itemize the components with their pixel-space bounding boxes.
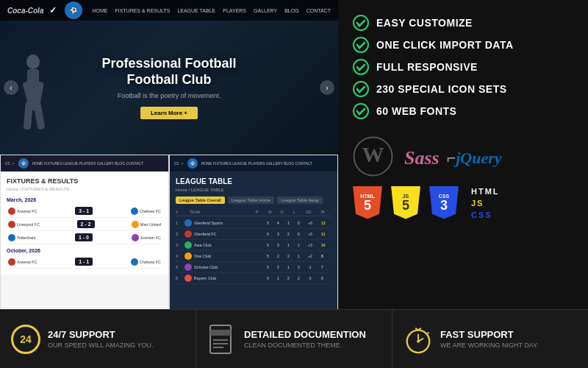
col-d: D	[281, 210, 291, 214]
left-panel: Coca-Cola ✓ ⚽ HOME FIXTURES & RESULTS LE…	[0, 0, 338, 309]
support-247-text: 24/7 SUPPORT OUR SPEED WILL AMAZING YOU.	[48, 329, 154, 349]
tab-home[interactable]: League Table Home	[228, 197, 275, 204]
row5-d: 1	[287, 265, 298, 269]
check-icon-3	[353, 59, 369, 75]
row4-p: 5	[267, 254, 277, 258]
row4-badge	[184, 252, 192, 260]
row2-pt: 11	[321, 232, 331, 236]
league-nav-logo: CC ✓	[174, 161, 184, 166]
row5-pos: 5	[176, 265, 184, 269]
team-away-4: Chelsea FC	[131, 258, 161, 266]
svg-point-7	[354, 38, 368, 52]
league-row-2: 2 Glenfield FC 5 3 2 0 +5 11	[176, 229, 331, 240]
feature-text-2: ONE CLICK IMPORT DATA	[376, 39, 514, 51]
league-table-subtitle: Home / LEAGUE TABLE	[176, 188, 331, 192]
feature-easy-customize: EASY CUSTOMIZE	[353, 15, 573, 31]
league-table-header: # TEAM P W D L GD Pt	[176, 208, 331, 216]
hero-next-arrow[interactable]: ›	[320, 80, 334, 95]
check-icon-1	[353, 15, 369, 31]
row5-name: Schulse Club	[194, 265, 267, 269]
row6-name: Bayern Club	[194, 276, 267, 280]
hero-title-line1: Professional Football	[101, 56, 236, 72]
sass-logo: Sass	[404, 147, 440, 169]
team-name-away-3: Everton FC	[140, 236, 161, 240]
docs-item: DETAILED DOCUMENTION CLEAN DOCUMENTED TH…	[196, 310, 392, 368]
fixture-row-4: Arsenal FC 1 - 1 Chelsea FC	[7, 255, 162, 269]
feature-text-3: FULL RESPONSIVE	[376, 61, 478, 73]
learn-more-button[interactable]: Learn More +	[140, 107, 198, 119]
league-screenshot: CC ✓ ⚽ HOME FIXTURES LEAGUE PLAYERS GALL…	[169, 155, 338, 309]
docs-title: DETAILED DOCUMENTION	[244, 329, 366, 340]
document-icon	[209, 324, 235, 355]
badge-chelsea-2	[131, 258, 138, 266]
team-away-1: Chelsea FC	[131, 208, 161, 215]
row2-l: 0	[298, 232, 308, 236]
support-badge: 24	[11, 325, 40, 354]
css3-name: CSS	[471, 210, 500, 219]
html5-name: HTML	[471, 187, 500, 196]
bottom-screenshots: CC ✓ ⚽ HOME FIXTURES LEAGUE PLAYERS GALL…	[0, 155, 338, 309]
team-home-4: Arsenal FC	[8, 258, 37, 266]
wordpress-logo: W	[353, 136, 393, 180]
col-pt: Pt	[321, 210, 331, 214]
score-2: 2 - 2	[77, 220, 95, 228]
row3-pt: 10	[321, 243, 331, 247]
css-shield: CSS 3	[429, 186, 459, 219]
css-number: 3	[440, 199, 448, 212]
row5-p: 5	[267, 265, 277, 269]
fixtures-nav-logo: CC ✓	[5, 161, 15, 166]
tech-row-1: W Sass ⌐jQuery	[353, 136, 573, 180]
league-tabs: League Table Overall League Table Home L…	[176, 197, 331, 204]
fixtures-emblem: ⚽	[18, 158, 29, 169]
html5-shield: HTML 5	[353, 186, 382, 219]
league-row-1: 1 Glenfield Sports 5 4 1 0 +8 13	[176, 218, 331, 229]
row2-gd: +5	[308, 232, 321, 236]
support-247-title: 24/7 SUPPORT	[48, 329, 154, 340]
badge-arsenal-2	[8, 258, 15, 266]
sass-jquery-group: Sass ⌐jQuery	[404, 147, 502, 169]
fixture-row-3: Tottenham 1 - 0 Everton FC	[7, 231, 162, 244]
badge-spurs	[8, 234, 15, 241]
jquery-logo: ⌐jQuery	[447, 149, 502, 168]
check-icon-5	[353, 103, 369, 119]
jquery-tilde: ⌐	[447, 149, 456, 167]
svg-point-9	[354, 82, 368, 96]
fixture-date-2: October, 2026	[7, 248, 162, 253]
svg-point-10	[354, 104, 368, 118]
row4-d: 2	[287, 254, 298, 258]
row1-w: 4	[277, 221, 287, 225]
row6-p: 5	[267, 276, 277, 280]
team-home-2: Liverpool FC	[8, 221, 40, 228]
team-name-away-4: Chelsea FC	[140, 260, 161, 264]
row6-d: 2	[287, 276, 298, 280]
club-emblem: ⚽	[65, 1, 82, 19]
row5-gd: -1	[308, 265, 321, 269]
col-p: P	[256, 210, 266, 214]
team-name-away-2: Man United	[140, 222, 161, 227]
row3-l: 1	[298, 243, 308, 247]
team-name-home-3: Tottenham	[17, 236, 36, 240]
features-list: EASY CUSTOMIZE ONE CLICK IMPORT DATA FUL…	[353, 15, 573, 125]
tab-overall[interactable]: League Table Overall	[176, 197, 225, 204]
league-nav-link: HOME FIXTURES LEAGUE PLAYERS GALLERY BLO…	[201, 161, 313, 166]
fixture-row-2: Liverpool FC 2 - 2 Man United	[7, 218, 162, 231]
tab-away[interactable]: League Table Away	[277, 197, 323, 204]
row3-p: 5	[267, 243, 277, 247]
svg-rect-15	[210, 330, 231, 336]
row6-badge	[184, 275, 192, 282]
fixture-date-1: March, 2026	[7, 197, 162, 202]
row4-l: 1	[298, 254, 308, 258]
row2-badge	[184, 230, 192, 238]
screen-navbar: Coca-Cola ✓ ⚽ HOME FIXTURES & RESULTS LE…	[0, 0, 338, 21]
row4-pos: 4	[176, 254, 184, 258]
league-table-title: LEAGUE TABLE	[176, 177, 331, 185]
fixtures-subtitle: Home / FIXTURES & RESULTS	[7, 187, 162, 191]
feature-text-5: 60 WEB FONTS	[376, 105, 456, 117]
fast-support-item: FAST SUPPORT WE ARE WORKING NIGHT DAY.	[392, 310, 588, 368]
support-247-icon: 24	[11, 325, 40, 354]
svg-point-0	[26, 54, 40, 69]
hero-prev-arrow[interactable]: ‹	[4, 80, 18, 95]
right-panel: EASY CUSTOMIZE ONE CLICK IMPORT DATA FUL…	[338, 0, 588, 309]
bottom-bar: 24 24/7 SUPPORT OUR SPEED WILL AMAZING Y…	[0, 309, 588, 368]
team-away-3: Everton FC	[132, 234, 161, 241]
